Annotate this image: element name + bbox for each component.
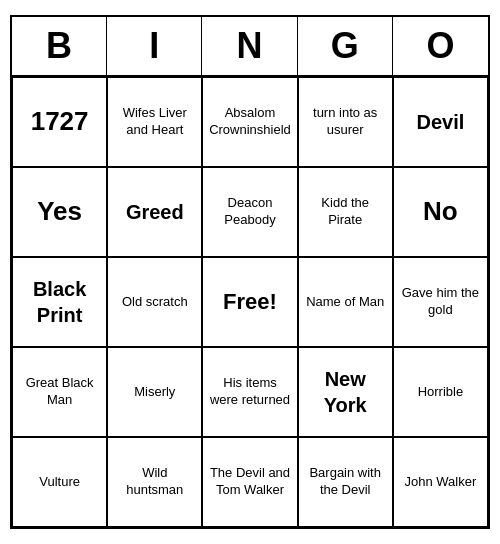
bingo-cell-6: Greed [107,167,202,257]
header-letter-g: G [298,17,393,75]
bingo-cell-5: Yes [12,167,107,257]
bingo-cell-21: Wild huntsman [107,437,202,527]
bingo-card: BINGO 1727Wifes Liver and HeartAbsalom C… [10,15,490,529]
bingo-cell-9: No [393,167,488,257]
bingo-cell-10: Black Print [12,257,107,347]
bingo-cell-2: Absalom Crowninshield [202,77,297,167]
bingo-header: BINGO [12,17,488,77]
bingo-cell-11: Old scratch [107,257,202,347]
bingo-cell-20: Vulture [12,437,107,527]
header-letter-b: B [12,17,107,75]
bingo-cell-3: turn into as usurer [298,77,393,167]
bingo-cell-8: Kidd the Pirate [298,167,393,257]
bingo-cell-13: Name of Man [298,257,393,347]
bingo-cell-1: Wifes Liver and Heart [107,77,202,167]
bingo-cell-12: Free! [202,257,297,347]
bingo-cell-7: Deacon Peabody [202,167,297,257]
bingo-cell-16: Miserly [107,347,202,437]
bingo-cell-19: Horrible [393,347,488,437]
header-letter-i: I [107,17,202,75]
bingo-cell-15: Great Black Man [12,347,107,437]
bingo-grid: 1727Wifes Liver and HeartAbsalom Crownin… [12,77,488,527]
bingo-cell-18: New York [298,347,393,437]
bingo-cell-4: Devil [393,77,488,167]
bingo-cell-14: Gave him the gold [393,257,488,347]
header-letter-o: O [393,17,488,75]
bingo-cell-22: The Devil and Tom Walker [202,437,297,527]
bingo-cell-24: John Walker [393,437,488,527]
header-letter-n: N [202,17,297,75]
bingo-cell-0: 1727 [12,77,107,167]
bingo-cell-17: His items were returned [202,347,297,437]
bingo-cell-23: Bargain with the Devil [298,437,393,527]
